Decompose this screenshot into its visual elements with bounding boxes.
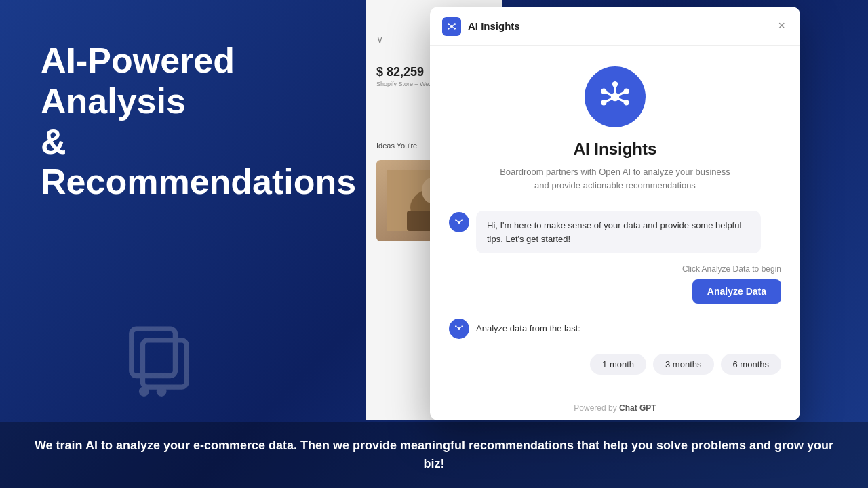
bottom-bar: We train AI to analyze your e-commerce d… xyxy=(0,422,868,488)
analyze-data-message: Analyze data from the last: xyxy=(449,317,781,339)
time-buttons-group: 1 month 3 months 6 months xyxy=(449,354,781,375)
logo-watermark xyxy=(122,323,203,407)
modal-header: AI Insights × xyxy=(430,7,800,46)
hero-title: AI Insights xyxy=(574,140,657,159)
click-hint: Click Analyze Data to begin xyxy=(682,264,781,274)
modal-close-button[interactable]: × xyxy=(775,16,788,36)
time-button-3-months[interactable]: 3 months xyxy=(653,354,713,375)
hero-icon-circle xyxy=(585,66,646,127)
bottom-bar-text: We train AI to analyze your e-commerce d… xyxy=(35,439,833,470)
modal-body: AI Insights Boardroom partners with Open… xyxy=(430,46,800,394)
headline-line1: AI-Powered xyxy=(41,41,235,80)
powered-prefix: Powered by xyxy=(574,403,616,413)
main-headline: AI-Powered Analysis & Recommendations xyxy=(41,41,339,203)
powered-by-label: Powered by Chat GPT xyxy=(574,403,656,413)
hero-subtitle: Boardroom partners with Open AI to analy… xyxy=(493,165,737,192)
ai-insights-modal: AI Insights × AI xyxy=(430,7,800,420)
headline-line3: & xyxy=(41,122,66,161)
modal-hero: AI Insights Boardroom partners with Open… xyxy=(449,66,781,192)
analyze-row: Click Analyze Data to begin Analyze Data xyxy=(449,264,781,304)
powered-brand: Chat GPT xyxy=(619,403,656,413)
chat-bubble-1: Hi, I'm here to make sense of your data … xyxy=(476,211,761,253)
chat-area: Hi, I'm here to make sense of your data … xyxy=(449,211,781,380)
time-button-1-month[interactable]: 1 month xyxy=(590,354,646,375)
analyze-data-text: Analyze data from the last: xyxy=(476,323,580,333)
svg-rect-1 xyxy=(142,340,186,387)
time-button-6-months[interactable]: 6 months xyxy=(721,354,781,375)
left-panel: AI-Powered Analysis & Recommendations xyxy=(0,0,366,488)
chat-message-1: Hi, I'm here to make sense of your data … xyxy=(449,211,781,253)
chat-avatar-2 xyxy=(449,319,469,339)
svg-point-2 xyxy=(139,386,149,396)
modal-title: AI Insights xyxy=(468,20,775,32)
chat-avatar-1 xyxy=(449,212,469,232)
svg-point-3 xyxy=(157,386,167,396)
modal-footer: Powered by Chat GPT xyxy=(430,394,800,420)
analyze-data-button[interactable]: Analyze Data xyxy=(692,279,781,304)
svg-rect-0 xyxy=(132,329,176,375)
headline-line4: Recommendations xyxy=(41,162,356,201)
headline-line2: Analysis xyxy=(41,81,186,121)
modal-header-icon xyxy=(442,17,461,36)
